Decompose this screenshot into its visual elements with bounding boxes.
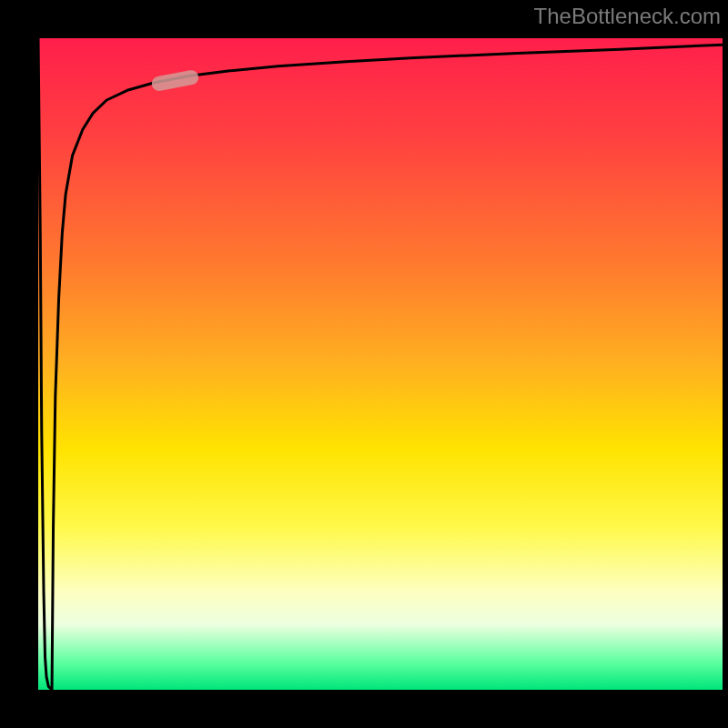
chart-container: TheBottleneck.com bbox=[0, 0, 728, 728]
watermark-text: TheBottleneck.com bbox=[534, 4, 721, 29]
plot-gradient-background bbox=[38, 38, 723, 690]
